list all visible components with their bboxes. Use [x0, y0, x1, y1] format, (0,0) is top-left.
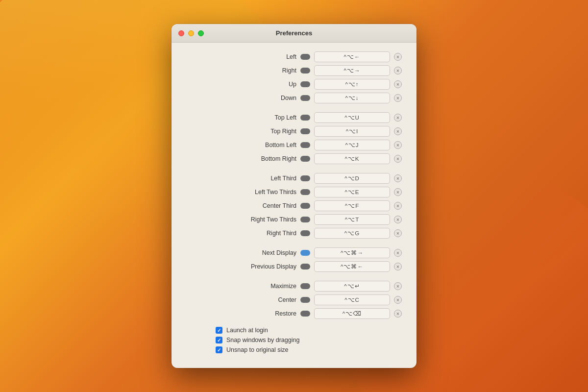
label-top-right: Top Right — [233, 128, 296, 135]
shortcut-next-display[interactable]: ^⌥⌘→ — [314, 247, 390, 258]
clear-down[interactable]: × — [394, 94, 402, 102]
label-unsnap-size: Unsnap to original size — [226, 346, 288, 353]
label-maximize: Maximize — [233, 283, 296, 290]
shortcut-row-top-left: Top Left ^⌥U × — [186, 112, 402, 123]
toggle-right-two-thirds[interactable] — [300, 217, 310, 222]
toggle-restore[interactable] — [300, 311, 310, 317]
toggle-top-right[interactable] — [300, 128, 310, 134]
close-button[interactable] — [178, 30, 184, 36]
shortcut-center[interactable]: ^⌥C — [314, 294, 390, 305]
label-bottom-right: Bottom Right — [233, 155, 296, 162]
toggle-center[interactable] — [300, 297, 310, 303]
shortcut-row-right: Right ^⌥→ × — [186, 65, 402, 76]
shortcut-prev-display[interactable]: ^⌥⌘← — [314, 261, 390, 272]
clear-maximize[interactable]: × — [394, 282, 402, 290]
clear-center[interactable]: × — [394, 296, 402, 304]
clear-bottom-left[interactable]: × — [394, 141, 402, 149]
shortcut-right[interactable]: ^⌥→ — [314, 65, 390, 76]
checkbox-row-launch-login: Launch at login — [216, 327, 402, 334]
clear-top-right[interactable]: × — [394, 127, 402, 135]
toggle-top-left[interactable] — [300, 115, 310, 121]
shortcut-row-left: Left ^⌥← × — [186, 51, 402, 62]
toggle-bottom-left[interactable] — [300, 142, 310, 148]
label-center-third: Center Third — [233, 202, 296, 209]
label-next-display: Next Display — [233, 249, 296, 256]
shortcut-maximize[interactable]: ^⌥↵ — [314, 281, 390, 292]
toggle-left-two-thirds[interactable] — [300, 189, 310, 195]
toggle-right-third[interactable] — [300, 230, 310, 236]
clear-up[interactable]: × — [394, 80, 402, 88]
clear-right-two-thirds[interactable]: × — [394, 216, 402, 223]
shortcut-left-two-thirds[interactable]: ^⌥E — [314, 187, 390, 197]
shortcut-row-center: Center ^⌥C × — [186, 294, 402, 305]
checkboxes-section: Launch at login Snap windows by dragging… — [186, 327, 402, 353]
clear-next-display[interactable]: × — [394, 249, 402, 257]
label-left: Left — [233, 53, 296, 60]
checkbox-snap-dragging[interactable] — [216, 337, 222, 343]
clear-top-left[interactable]: × — [394, 114, 402, 122]
clear-left-third[interactable]: × — [394, 174, 402, 182]
shortcut-left-third[interactable]: ^⌥D — [314, 173, 390, 184]
shortcut-row-maximize: Maximize ^⌥↵ × — [186, 281, 402, 292]
clear-right[interactable]: × — [394, 67, 402, 74]
shortcut-row-next-display: Next Display ^⌥⌘→ × — [186, 247, 402, 258]
toggle-left-third[interactable] — [300, 175, 310, 181]
shortcut-top-left[interactable]: ^⌥U — [314, 112, 390, 123]
shortcut-row-top-right: Top Right ^⌥I × — [186, 126, 402, 137]
shortcut-bottom-left[interactable]: ^⌥J — [314, 140, 390, 150]
checkbox-row-unsnap-size: Unsnap to original size — [216, 346, 402, 353]
checkbox-row-snap-dragging: Snap windows by dragging — [216, 337, 402, 343]
label-bottom-left: Bottom Left — [233, 142, 296, 148]
label-left-two-thirds: Left Two Thirds — [233, 189, 296, 196]
shortcut-right-two-thirds[interactable]: ^⌥T — [314, 214, 390, 225]
shortcut-down[interactable]: ^⌥↓ — [314, 93, 390, 103]
label-launch-login: Launch at login — [226, 327, 268, 334]
clear-bottom-right[interactable]: × — [394, 155, 402, 163]
toggle-right[interactable] — [300, 68, 310, 74]
shortcut-restore[interactable]: ^⌥⌫ — [314, 308, 390, 319]
clear-restore[interactable]: × — [394, 310, 402, 318]
shortcut-row-right-two-thirds: Right Two Thirds ^⌥T × — [186, 214, 402, 225]
titlebar: Preferences — [172, 24, 416, 43]
toggle-next-display[interactable] — [300, 250, 310, 256]
maximize-button[interactable] — [198, 30, 204, 36]
shortcut-right-third[interactable]: ^⌥G — [314, 228, 390, 239]
checkbox-launch-login[interactable] — [216, 327, 222, 334]
shortcut-row-up: Up ^⌥↑ × — [186, 79, 402, 90]
shortcut-up[interactable]: ^⌥↑ — [314, 79, 390, 90]
shortcut-bottom-right[interactable]: ^⌥K — [314, 153, 390, 164]
label-right: Right — [233, 67, 296, 74]
clear-left[interactable]: × — [394, 53, 402, 61]
checkbox-unsnap-size[interactable] — [216, 346, 222, 353]
toggle-left[interactable] — [300, 54, 310, 60]
toggle-center-third[interactable] — [300, 203, 310, 209]
content-area: Left ^⌥← × Right ^⌥→ × Up ^⌥↑ × Down ^⌥↓… — [172, 43, 416, 368]
clear-right-third[interactable]: × — [394, 229, 402, 237]
label-up: Up — [233, 81, 296, 88]
toggle-prev-display[interactable] — [300, 264, 310, 270]
window-title: Preferences — [276, 29, 312, 37]
shortcut-left[interactable]: ^⌥← — [314, 51, 390, 62]
clear-left-two-thirds[interactable]: × — [394, 188, 402, 196]
label-left-third: Left Third — [233, 175, 296, 182]
toggle-down[interactable] — [300, 95, 310, 101]
preferences-window: Preferences Left ^⌥← × Right ^⌥→ × Up ^⌥… — [172, 24, 416, 368]
toggle-maximize[interactable] — [300, 283, 310, 289]
label-right-two-thirds: Right Two Thirds — [233, 216, 296, 223]
label-right-third: Right Third — [233, 230, 296, 237]
shortcut-row-center-third: Center Third ^⌥F × — [186, 200, 402, 211]
shortcut-row-left-third: Left Third ^⌥D × — [186, 173, 402, 184]
label-down: Down — [233, 95, 296, 101]
toggle-up[interactable] — [300, 81, 310, 87]
minimize-button[interactable] — [188, 30, 194, 36]
toggle-bottom-right[interactable] — [300, 156, 310, 162]
shortcut-row-left-two-thirds: Left Two Thirds ^⌥E × — [186, 187, 402, 197]
clear-prev-display[interactable]: × — [394, 263, 402, 270]
shortcut-row-restore: Restore ^⌥⌫ × — [186, 308, 402, 319]
shortcut-row-prev-display: Previous Display ^⌥⌘← × — [186, 261, 402, 272]
clear-center-third[interactable]: × — [394, 202, 402, 210]
shortcut-row-bottom-right: Bottom Right ^⌥K × — [186, 153, 402, 164]
shortcut-top-right[interactable]: ^⌥I — [314, 126, 390, 137]
shortcut-center-third[interactable]: ^⌥F — [314, 200, 390, 211]
shortcut-row-right-third: Right Third ^⌥G × — [186, 228, 402, 239]
